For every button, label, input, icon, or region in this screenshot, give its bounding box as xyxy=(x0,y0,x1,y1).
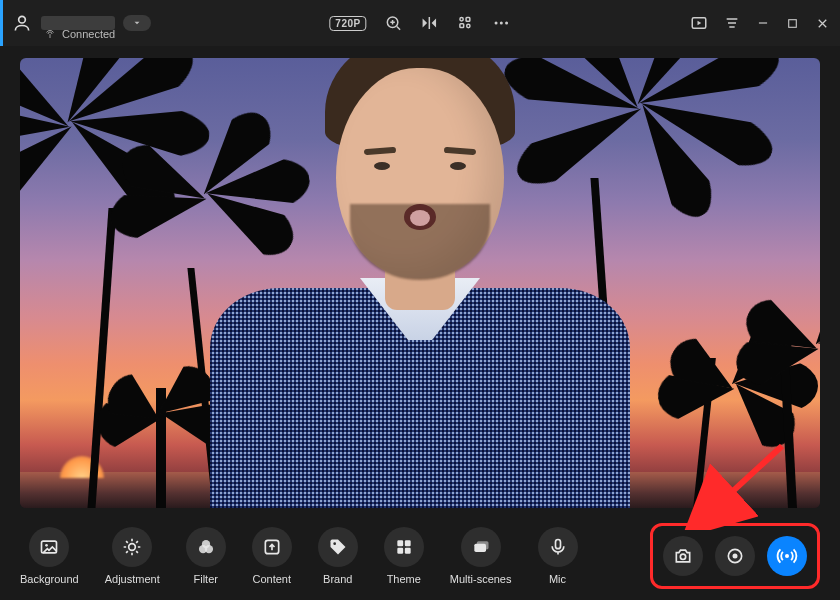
tool-content[interactable]: Content xyxy=(252,527,292,585)
tool-list: Background Adjustment Filter C xyxy=(20,527,578,585)
svg-point-12 xyxy=(46,544,49,547)
tool-adjustment[interactable]: Adjustment xyxy=(105,527,160,585)
scenes-stack-icon xyxy=(471,537,491,557)
bottom-toolbar: Background Adjustment Filter C xyxy=(0,514,840,600)
capture-controls-highlight xyxy=(650,523,820,589)
user-dropdown[interactable] xyxy=(123,15,151,31)
svg-rect-3 xyxy=(466,18,470,22)
record-button[interactable] xyxy=(715,536,755,576)
tool-label: Theme xyxy=(387,573,421,585)
resolution-button[interactable]: 720P xyxy=(329,16,366,31)
tool-label: Content xyxy=(252,573,291,585)
user-avatar-icon[interactable] xyxy=(11,12,33,34)
title-bar-right xyxy=(690,14,830,32)
tool-label: Filter xyxy=(194,573,218,585)
tool-label: Background xyxy=(20,573,79,585)
title-bar-center: 720P xyxy=(329,14,510,32)
tool-label: Adjustment xyxy=(105,573,160,585)
svg-point-29 xyxy=(785,554,789,558)
connection-status-label: Connected xyxy=(62,28,115,40)
window-maximize-button[interactable] xyxy=(786,17,799,30)
camera-icon xyxy=(673,546,693,566)
svg-rect-22 xyxy=(405,548,411,554)
svg-point-6 xyxy=(495,22,498,25)
go-live-button[interactable] xyxy=(767,536,807,576)
tool-mic[interactable]: Mic xyxy=(538,527,578,585)
record-icon xyxy=(725,546,745,566)
svg-point-28 xyxy=(733,554,738,559)
title-bar: Connected 720P xyxy=(0,0,840,46)
filter-venn-icon xyxy=(196,537,216,557)
svg-point-13 xyxy=(129,544,136,551)
tool-multi-scenes[interactable]: Multi-scenes xyxy=(450,527,512,585)
tool-theme[interactable]: Theme xyxy=(384,527,424,585)
image-icon xyxy=(39,537,59,557)
svg-rect-10 xyxy=(789,19,797,27)
svg-point-26 xyxy=(680,554,685,559)
mirror-icon[interactable] xyxy=(421,14,439,32)
svg-rect-19 xyxy=(397,540,403,546)
svg-point-2 xyxy=(460,18,463,21)
mic-icon xyxy=(548,537,568,557)
tool-label: Multi-scenes xyxy=(450,573,512,585)
svg-rect-4 xyxy=(460,24,464,28)
upload-icon xyxy=(262,537,282,557)
svg-rect-24 xyxy=(476,541,488,549)
tool-background[interactable]: Background xyxy=(20,527,79,585)
svg-point-5 xyxy=(467,24,470,27)
svg-point-8 xyxy=(505,22,508,25)
svg-point-7 xyxy=(500,22,503,25)
brightness-icon xyxy=(122,537,142,557)
svg-point-0 xyxy=(19,16,26,23)
snapshot-button[interactable] xyxy=(663,536,703,576)
svg-point-18 xyxy=(333,542,336,545)
window-minimize-button[interactable] xyxy=(756,16,770,30)
broadcast-icon xyxy=(776,545,798,567)
svg-rect-25 xyxy=(555,540,560,549)
zoom-in-icon[interactable] xyxy=(385,14,403,32)
connection-status: Connected xyxy=(44,28,115,40)
tool-label: Mic xyxy=(549,573,566,585)
subject-person xyxy=(210,68,630,508)
tag-icon xyxy=(328,537,348,557)
menu-lines-icon[interactable] xyxy=(724,15,740,31)
tool-brand[interactable]: Brand xyxy=(318,527,358,585)
window-close-button[interactable] xyxy=(815,16,830,31)
theme-grid-icon xyxy=(394,537,414,557)
tool-label: Brand xyxy=(323,573,352,585)
preview-window-icon[interactable] xyxy=(690,14,708,32)
layout-grid-icon[interactable] xyxy=(457,14,475,32)
connection-icon xyxy=(44,28,56,40)
more-icon[interactable] xyxy=(493,14,511,32)
svg-point-16 xyxy=(205,545,213,553)
tool-filter[interactable]: Filter xyxy=(186,527,226,585)
video-preview[interactable] xyxy=(20,58,820,508)
svg-rect-20 xyxy=(405,540,411,546)
svg-rect-21 xyxy=(397,548,403,554)
